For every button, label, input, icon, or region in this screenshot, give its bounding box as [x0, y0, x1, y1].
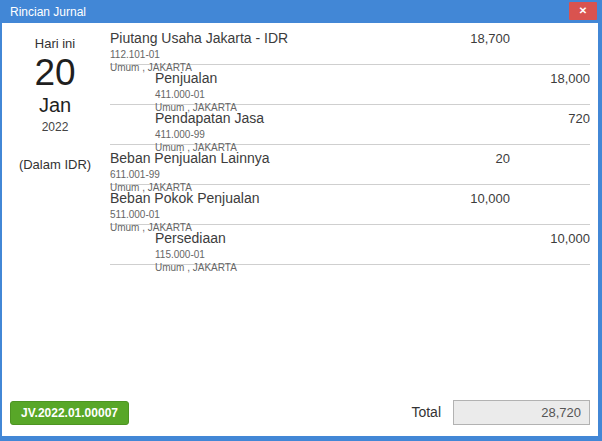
debit-amount: 20 — [496, 151, 510, 166]
today-label: Hari ini — [2, 36, 108, 51]
total-value-field — [453, 400, 590, 425]
account-name: Penjualan — [155, 71, 590, 86]
date-month: Jan — [2, 94, 108, 117]
currency-note: (Dalam IDR) — [2, 157, 108, 172]
close-button[interactable]: ✕ — [569, 2, 597, 20]
date-panel: Hari ini 20 Jan 2022 (Dalam IDR) — [2, 23, 108, 172]
credit-amount: 10,000 — [550, 231, 590, 246]
credit-amount: 18,000 — [550, 71, 590, 86]
journal-entry-row: Beban Penjualan Lainnya 611.001-99 Umum … — [110, 145, 590, 185]
account-name: Beban Penjualan Lainnya — [110, 151, 590, 166]
journal-entry-row: Penjualan 411.000-01 Umum , JAKARTA 18,0… — [110, 65, 590, 105]
journal-entries-list: Piutang Usaha Jakarta - IDR 112.101-01 U… — [110, 25, 590, 265]
account-code: 411.000-99 — [155, 129, 590, 140]
date-day: 20 — [2, 54, 108, 93]
journal-entry-row: Beban Pokok Penjualan 511.000-01 Umum , … — [110, 185, 590, 225]
total-label: Total — [411, 404, 441, 420]
account-name: Pendapatan Jasa — [155, 111, 590, 126]
journal-entry-row: Persediaan 115.000-01 Umum , JAKARTA 10,… — [110, 225, 590, 265]
journal-entry-row: Pendapatan Jasa 411.000-99 Umum , JAKART… — [110, 105, 590, 145]
account-code: 611.001-99 — [110, 169, 590, 180]
account-name: Piutang Usaha Jakarta - IDR — [110, 31, 590, 46]
titlebar: Rincian Jurnal ✕ — [0, 0, 602, 23]
account-code: 115.000-01 — [155, 249, 590, 260]
account-name: Beban Pokok Penjualan — [110, 191, 590, 206]
debit-amount: 10,000 — [470, 191, 510, 206]
account-code: 411.000-01 — [155, 89, 590, 100]
window-title: Rincian Jurnal — [10, 5, 86, 19]
account-code: 511.000-01 — [110, 209, 590, 220]
rincian-jurnal-window: Rincian Jurnal ✕ Hari ini 20 Jan 2022 (D… — [0, 0, 602, 441]
debit-amount: 18,700 — [470, 31, 510, 46]
account-name: Persediaan — [155, 231, 590, 246]
account-branch: Umum , JAKARTA — [155, 262, 590, 273]
close-icon: ✕ — [579, 5, 587, 16]
date-year: 2022 — [2, 120, 108, 134]
credit-amount: 720 — [568, 111, 590, 126]
account-code: 112.101-01 — [110, 49, 590, 60]
journal-number-badge[interactable]: JV.2022.01.00007 — [10, 401, 129, 425]
journal-entry-row: Piutang Usaha Jakarta - IDR 112.101-01 U… — [110, 25, 590, 65]
dialog-content: Hari ini 20 Jan 2022 (Dalam IDR) Piutang… — [2, 23, 598, 436]
